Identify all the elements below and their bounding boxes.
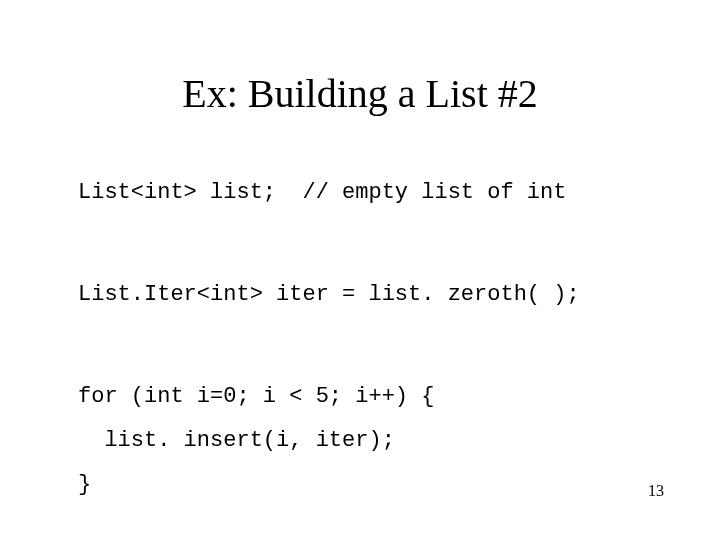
code-block: List<int> list; // empty list of int Lis… <box>78 160 660 540</box>
slide: Ex: Building a List #2 List<int> list; /… <box>0 0 720 540</box>
page-number: 13 <box>648 482 664 500</box>
code-line: } <box>78 474 660 496</box>
code-line: for (int i=0; i < 5; i++) { <box>78 386 660 408</box>
code-line: List<int> list; // empty list of int <box>78 182 660 204</box>
blank-line <box>78 226 660 262</box>
code-line: List.Iter<int> iter = list. zeroth( ); <box>78 284 660 306</box>
slide-title: Ex: Building a List #2 <box>0 70 720 117</box>
blank-line <box>78 328 660 364</box>
code-line: list. insert(i, iter); <box>78 430 660 452</box>
